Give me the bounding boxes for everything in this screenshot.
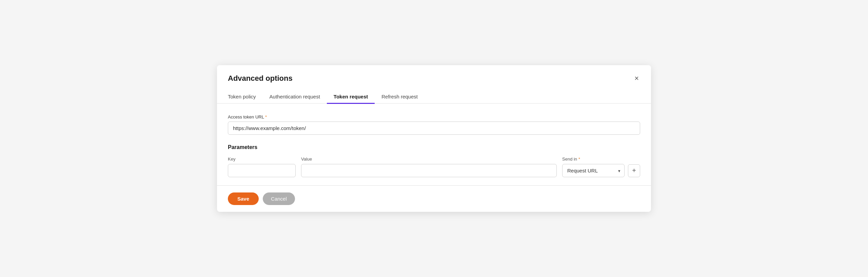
add-param-button[interactable]: + — [628, 164, 640, 177]
param-value-input[interactable] — [301, 164, 557, 177]
params-labels: Key Value Send in * — [228, 156, 640, 162]
tab-token-policy[interactable]: Token policy — [228, 90, 263, 104]
close-button[interactable]: × — [633, 73, 640, 84]
key-column-label: Key — [228, 156, 235, 162]
value-column-label: Value — [301, 156, 312, 162]
modal-body: Access token URL * Parameters Key Value … — [217, 104, 651, 185]
tab-refresh-request[interactable]: Refresh request — [375, 90, 425, 104]
cancel-button[interactable]: Cancel — [263, 192, 295, 205]
send-in-column-label: Send in — [562, 156, 577, 162]
send-in-select[interactable]: Request URL Header Body — [562, 164, 625, 177]
tab-authentication-request[interactable]: Authentication request — [263, 90, 327, 104]
params-inputs: Request URL Header Body ▾ + — [228, 164, 640, 177]
access-token-url-input[interactable] — [228, 122, 640, 135]
tab-token-request[interactable]: Token request — [327, 90, 375, 104]
modal-header: Advanced options × — [217, 65, 651, 84]
required-star: * — [265, 114, 267, 119]
advanced-options-modal: Advanced options × Token policy Authenti… — [217, 65, 651, 212]
send-in-required-star: * — [578, 156, 580, 162]
parameters-section-title: Parameters — [228, 144, 640, 150]
param-key-input[interactable] — [228, 164, 296, 177]
send-in-select-wrapper: Request URL Header Body ▾ — [562, 164, 625, 177]
save-button[interactable]: Save — [228, 192, 259, 205]
tabs-container: Token policy Authentication request Toke… — [217, 90, 651, 104]
param-sendin-group: Request URL Header Body ▾ + — [562, 164, 640, 177]
modal-footer: Save Cancel — [217, 185, 651, 212]
modal-title: Advanced options — [228, 74, 293, 83]
access-token-url-label: Access token URL * — [228, 114, 640, 119]
